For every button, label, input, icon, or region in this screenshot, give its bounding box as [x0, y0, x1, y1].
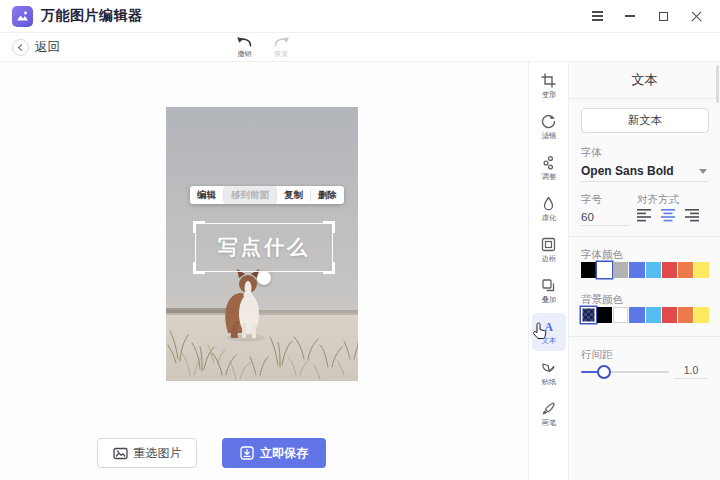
tool-overlay[interactable]: 叠加	[532, 272, 566, 310]
context-bring-front-button: 移到前面	[224, 186, 276, 204]
alignment-group	[637, 208, 700, 222]
sticker-icon	[541, 360, 556, 375]
tool-sticker[interactable]: 贴纸	[532, 354, 566, 392]
tool-border[interactable]: 边框	[532, 231, 566, 269]
filter-icon	[541, 114, 556, 129]
undo-button[interactable]: 撤销	[232, 36, 256, 59]
font-color-swatch[interactable]	[646, 262, 661, 278]
canvas-image[interactable]: 编辑 移到前面 复制 删除 写点什么	[166, 107, 358, 381]
bg-color-swatch[interactable]	[613, 307, 628, 323]
redo-icon	[273, 36, 290, 48]
font-label: 字体	[581, 146, 602, 160]
line-spacing-slider[interactable]	[581, 365, 669, 379]
align-label: 对齐方式	[637, 193, 679, 207]
divider	[569, 336, 720, 337]
line-spacing-value-input[interactable]	[674, 361, 708, 379]
app-logo-icon	[12, 6, 33, 27]
font-size-input[interactable]	[581, 208, 629, 226]
back-label: 返回	[35, 39, 60, 56]
scrollbar-thumb[interactable]	[716, 65, 719, 103]
text-selection-frame[interactable]: 写点什么	[195, 223, 333, 272]
bg-color-swatch[interactable]	[597, 307, 612, 323]
toolbar: 返回 撤销 恢复	[0, 34, 720, 62]
maximize-icon[interactable]	[655, 8, 671, 24]
history-controls: 撤销 恢复	[232, 36, 293, 59]
tool-sidebar: 变形 滤镜 调整 虚化 边框 叠加 A 文本 贴纸	[528, 62, 568, 480]
window-controls	[589, 8, 708, 24]
font-color-swatch[interactable]	[662, 262, 677, 278]
chevron-down-icon	[699, 169, 707, 174]
redo-button[interactable]: 恢复	[269, 36, 293, 59]
bg-color-swatch-transparent-selected[interactable]	[581, 307, 596, 323]
align-center-button[interactable]	[661, 208, 676, 222]
bg-color-swatch[interactable]	[629, 307, 644, 323]
bg-color-swatch[interactable]	[694, 307, 709, 323]
drag-handle[interactable]	[257, 271, 271, 285]
back-button[interactable]: 返回	[12, 39, 60, 56]
context-edit-button[interactable]: 编辑	[190, 186, 223, 204]
font-color-swatch[interactable]	[629, 262, 644, 278]
bg-color-swatch[interactable]	[662, 307, 677, 323]
text-icon: A	[544, 320, 552, 333]
bg-color-swatch[interactable]	[678, 307, 693, 323]
size-label: 字号	[581, 193, 602, 207]
minimize-icon[interactable]	[622, 8, 638, 24]
tool-adjust[interactable]: 调整	[532, 149, 566, 187]
font-color-swatch[interactable]	[678, 262, 693, 278]
save-button[interactable]: 立即保存	[222, 438, 326, 468]
context-delete-button[interactable]: 删除	[311, 186, 344, 204]
new-text-button[interactable]: 新文本	[581, 108, 709, 133]
bg-color-label: 背景颜色	[581, 293, 623, 307]
font-color-swatch[interactable]	[581, 262, 596, 278]
adjust-icon	[541, 155, 556, 170]
context-copy-button[interactable]: 复制	[277, 186, 310, 204]
tool-filter[interactable]: 滤镜	[532, 108, 566, 146]
undo-icon	[236, 36, 253, 48]
hamburger-menu-icon[interactable]	[589, 8, 605, 24]
reselect-image-button[interactable]: 重选图片	[97, 438, 197, 468]
font-color-swatch[interactable]	[694, 262, 709, 278]
bg-color-swatch[interactable]	[646, 307, 661, 323]
border-icon	[541, 237, 556, 252]
blur-icon	[541, 196, 556, 211]
font-color-swatch[interactable]	[613, 262, 628, 278]
app-title: 万能图片编辑器	[41, 7, 143, 25]
text-settings-panel: 文本 新文本 字体 Open Sans Bold 字号 对齐方式 字体颜色	[568, 62, 720, 480]
canvas-area: 编辑 移到前面 复制 删除 写点什么	[0, 62, 528, 480]
app-window: 万能图片编辑器 返回 撤销	[0, 0, 720, 480]
tool-transform[interactable]: 变形	[532, 67, 566, 105]
align-left-button[interactable]	[637, 208, 652, 222]
tool-brush[interactable]: 画笔	[532, 395, 566, 433]
tool-blur[interactable]: 虚化	[532, 190, 566, 228]
panel-title: 文本	[569, 62, 720, 99]
chevron-left-icon	[12, 39, 29, 56]
transform-crop-icon	[541, 73, 556, 88]
font-color-label: 字体颜色	[581, 248, 623, 262]
slider-knob[interactable]	[597, 365, 611, 379]
close-icon[interactable]	[688, 8, 704, 24]
download-save-icon	[240, 446, 254, 460]
tool-text[interactable]: A 文本	[532, 313, 566, 351]
bg-color-swatches	[581, 307, 709, 323]
titlebar: 万能图片编辑器	[0, 0, 720, 33]
align-right-button[interactable]	[685, 208, 700, 222]
font-color-swatch-selected[interactable]	[597, 262, 612, 278]
image-icon	[113, 447, 128, 460]
line-spacing-label: 行间距	[581, 348, 613, 362]
font-family-dropdown[interactable]: Open Sans Bold	[581, 160, 709, 182]
font-color-swatches	[581, 262, 709, 278]
brush-icon	[541, 401, 556, 416]
text-overlay[interactable]: 写点什么	[196, 224, 332, 271]
divider	[569, 236, 720, 237]
overlay-icon	[541, 278, 556, 293]
text-context-toolbar: 编辑 移到前面 复制 删除	[190, 186, 344, 204]
